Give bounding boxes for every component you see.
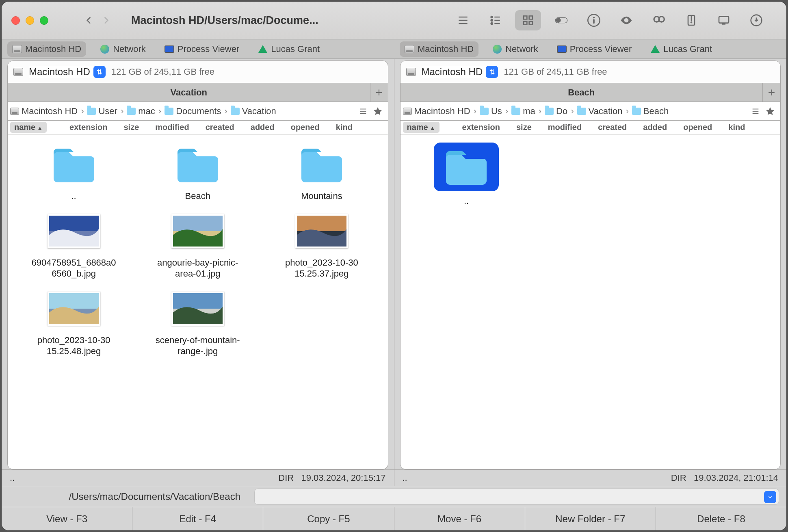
list-detail-view-button[interactable] <box>483 10 509 30</box>
item-label: photo_2023-10-30 15.25.48.jpeg <box>29 335 119 357</box>
tab-title-right[interactable]: Beach <box>400 87 763 98</box>
path-input[interactable] <box>254 489 779 505</box>
volume-bar-left: Macintosh HD ⇅ 121 GB of 245,11 GB free <box>7 61 388 83</box>
places-item[interactable]: Lucas Grant <box>645 41 717 57</box>
column-opened[interactable]: opened <box>679 122 716 133</box>
toggle-hidden-button[interactable] <box>548 10 574 30</box>
places-item[interactable]: Process Viewer <box>552 41 636 57</box>
svg-rect-11 <box>524 22 527 25</box>
toolbar-right <box>548 10 769 30</box>
hd-icon <box>405 44 414 54</box>
file-item[interactable]: angourie-bay-picnic-area-01.jpg <box>136 209 260 279</box>
fkey-button[interactable]: Copy - F5 <box>263 507 394 530</box>
breadcrumb-segment[interactable]: mac <box>127 106 155 117</box>
column-name[interactable]: name▲ <box>403 122 439 133</box>
column-name[interactable]: name▲ <box>10 122 47 133</box>
places-item[interactable]: Lucas Grant <box>253 41 325 57</box>
svg-point-3 <box>491 16 493 18</box>
column-extension[interactable]: extension <box>458 122 504 133</box>
list-menu-icon[interactable] <box>357 105 369 117</box>
column-added[interactable]: added <box>639 122 671 133</box>
folder-item[interactable]: .. <box>405 143 528 207</box>
places-right: Macintosh HDNetworkProcess ViewerLucas G… <box>394 39 786 58</box>
column-size[interactable]: size <box>119 122 143 133</box>
panes: Macintosh HD ⇅ 121 GB of 245,11 GB free … <box>2 59 786 469</box>
places-bar: Macintosh HDNetworkProcess ViewerLucas G… <box>2 39 786 59</box>
column-created[interactable]: created <box>201 122 238 133</box>
volume-select-right[interactable]: Macintosh HD ⇅ <box>422 66 498 78</box>
breadcrumb-segment[interactable]: Us <box>480 106 502 117</box>
tab-row-right: Beach + <box>400 83 781 102</box>
fkey-button[interactable]: View - F3 <box>2 507 132 530</box>
breadcrumb-segment[interactable]: Vacation <box>577 106 623 117</box>
download-button[interactable] <box>743 10 769 30</box>
fkey-button[interactable]: New Folder - F7 <box>525 507 656 530</box>
svg-rect-17 <box>593 19 595 24</box>
column-headers-right: name▲extensionsizemodifiedcreatedaddedop… <box>400 121 781 134</box>
column-extension[interactable]: extension <box>65 122 111 133</box>
tab-title-left[interactable]: Vacation <box>8 87 370 98</box>
fkey-button[interactable]: Delete - F8 <box>656 507 786 530</box>
folder-icon <box>171 143 224 186</box>
folder-item[interactable]: Mountains <box>260 143 383 202</box>
file-grid-left[interactable]: ..BeachMountains6904758951_6868a06560_b.… <box>7 134 388 469</box>
breadcrumb-left: Macintosh HD›User›mac›Documents›Vacation <box>7 102 388 121</box>
breadcrumb-segment[interactable]: User <box>87 106 117 117</box>
minimize-button[interactable] <box>26 16 34 25</box>
quicklook-button[interactable] <box>613 10 639 30</box>
file-item[interactable]: scenery-of-mountain-range-.jpg <box>136 287 260 357</box>
close-button[interactable] <box>11 16 20 25</box>
places-item[interactable]: Network <box>487 41 543 57</box>
breadcrumb-segment[interactable]: ma <box>511 106 535 117</box>
breadcrumb-segment[interactable]: Documents <box>165 106 221 117</box>
breadcrumb-segment[interactable]: Beach <box>632 106 669 117</box>
favorite-star-icon[interactable] <box>764 105 776 117</box>
item-label: 6904758951_6868a06560_b.jpg <box>29 257 119 279</box>
breadcrumb-segment[interactable]: Do <box>545 106 567 117</box>
breadcrumb-segment[interactable]: Macintosh HD <box>10 106 78 117</box>
column-modified[interactable]: modified <box>544 122 586 133</box>
favorite-star-icon[interactable] <box>372 105 384 117</box>
path-history-dropdown[interactable] <box>764 491 776 503</box>
file-item[interactable]: 6904758951_6868a06560_b.jpg <box>12 209 136 279</box>
column-modified[interactable]: modified <box>151 122 193 133</box>
zoom-button[interactable] <box>40 16 48 25</box>
column-opened[interactable]: opened <box>287 122 324 133</box>
svg-point-16 <box>593 17 595 18</box>
breadcrumb-segment[interactable]: Vacation <box>231 106 276 117</box>
image-thumbnail <box>171 209 224 253</box>
icon-view-button[interactable] <box>515 10 541 30</box>
breadcrumb-segment[interactable]: Macintosh HD <box>403 106 470 117</box>
search-button[interactable] <box>646 10 672 30</box>
new-tab-right[interactable]: + <box>762 83 780 102</box>
nav-back-button[interactable] <box>81 8 97 32</box>
file-item[interactable]: photo_2023-10-30 15.25.37.jpeg <box>260 209 383 279</box>
column-size[interactable]: size <box>512 122 536 133</box>
list-menu-icon[interactable] <box>749 105 762 117</box>
share-button[interactable] <box>711 10 737 30</box>
places-item[interactable]: Macintosh HD <box>400 41 478 57</box>
file-grid-right[interactable]: .. <box>400 134 781 469</box>
list-narrow-view-button[interactable] <box>450 10 476 30</box>
column-created[interactable]: created <box>594 122 631 133</box>
column-kind[interactable]: kind <box>724 122 749 133</box>
compress-button[interactable] <box>678 10 704 30</box>
fkey-button[interactable]: Move - F6 <box>394 507 525 530</box>
nav-forward-button[interactable] <box>98 8 114 32</box>
info-button[interactable] <box>581 10 607 30</box>
new-tab-left[interactable]: + <box>370 83 388 102</box>
column-kind[interactable]: kind <box>332 122 357 133</box>
file-item[interactable]: photo_2023-10-30 15.25.48.jpeg <box>12 287 136 357</box>
volume-select-left[interactable]: Macintosh HD ⇅ <box>29 66 106 78</box>
places-item[interactable]: Network <box>95 41 151 57</box>
free-space-right: 121 GB of 245,11 GB free <box>504 67 607 77</box>
status-left: .. DIR 19.03.2024, 20:15:17 <box>2 470 394 486</box>
places-item[interactable]: Macintosh HD <box>7 41 86 57</box>
places-item[interactable]: Process Viewer <box>160 41 244 57</box>
folder-item[interactable]: .. <box>12 143 136 202</box>
column-added[interactable]: added <box>247 122 279 133</box>
folder-item[interactable]: Beach <box>136 143 260 202</box>
svg-rect-30 <box>49 216 99 231</box>
fkey-button[interactable]: Edit - F4 <box>132 507 263 530</box>
hd-icon <box>12 44 22 54</box>
